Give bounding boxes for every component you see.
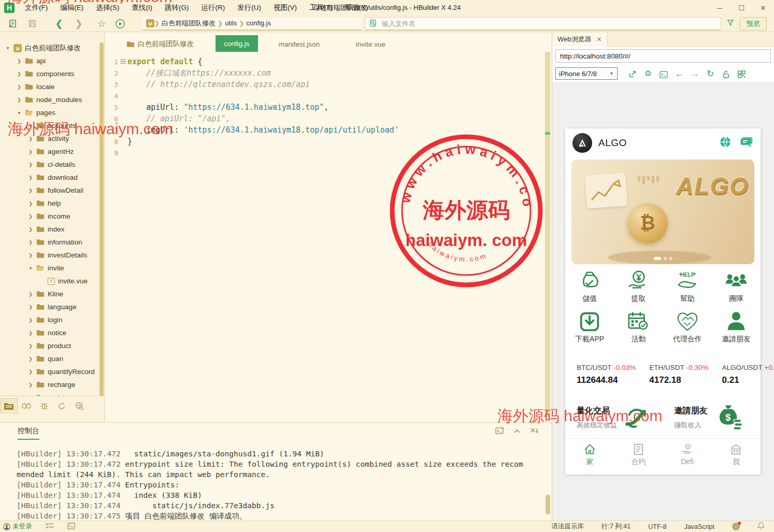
menu-item[interactable]: 视图(V) bbox=[268, 2, 302, 14]
menu-item[interactable]: 帮助(Y) bbox=[339, 2, 373, 14]
search-input[interactable] bbox=[382, 20, 698, 27]
tree-item[interactable]: ❯locale bbox=[0, 80, 99, 93]
editor-tab-manifest.json[interactable]: manifest.json bbox=[270, 36, 328, 52]
tree-item[interactable]: ❯quantifyRecord bbox=[0, 365, 99, 378]
tree-chevron-icon[interactable]: ❯ bbox=[27, 369, 34, 375]
tree-chevron-icon[interactable]: ❯ bbox=[27, 382, 34, 387]
language-mode[interactable]: JavaScript bbox=[684, 523, 714, 530]
menu-item[interactable]: 发行(U) bbox=[232, 2, 266, 14]
favorite-star-icon[interactable]: ☆ bbox=[94, 18, 109, 30]
tree-item[interactable]: ❯information bbox=[0, 236, 99, 249]
tree-chevron-icon[interactable]: ▾ bbox=[4, 45, 11, 51]
menu-item[interactable]: 编辑(E) bbox=[55, 2, 89, 14]
tree-item[interactable]: ❯quan bbox=[0, 352, 99, 365]
back-icon[interactable]: ❮ bbox=[52, 18, 66, 30]
quick-action-help[interactable]: HELP幫助 bbox=[663, 269, 712, 310]
tree-item[interactable]: Vinvite.vue bbox=[0, 275, 99, 287]
qr-code-icon[interactable] bbox=[734, 69, 749, 78]
tree-chevron-icon[interactable]: ❯ bbox=[27, 188, 34, 193]
console-icon[interactable] bbox=[656, 69, 671, 78]
quick-action-invite[interactable]: 邀請朋友 bbox=[712, 310, 761, 350]
chat-icon[interactable] bbox=[740, 136, 753, 150]
nav-item-home[interactable]: 家 bbox=[565, 443, 614, 470]
notification-bell-icon[interactable] bbox=[757, 522, 765, 531]
editor-tab-config.js[interactable]: config.js bbox=[216, 35, 258, 52]
quick-action-handshake[interactable]: 代理合作 bbox=[663, 310, 712, 350]
tree-item[interactable]: ▾invite bbox=[0, 262, 99, 275]
web-view-icon[interactable] bbox=[70, 398, 88, 414]
close-button[interactable]: ✕ bbox=[752, 1, 774, 15]
nav-back-icon[interactable]: ← bbox=[671, 68, 687, 79]
tree-item[interactable]: ❯language bbox=[0, 300, 99, 313]
tree-item[interactable]: ❯product bbox=[0, 339, 99, 352]
tree-item[interactable]: ❯node_modules bbox=[0, 93, 99, 106]
new-terminal-icon[interactable] bbox=[495, 427, 504, 437]
tree-item[interactable]: ❯agentHz bbox=[0, 145, 99, 158]
nav-item-defi[interactable]: $Defi bbox=[663, 443, 712, 470]
terminal-status-icon[interactable] bbox=[67, 523, 75, 531]
code-area[interactable]: 1export default {2 //接口域名https://xxxxxx.… bbox=[105, 56, 399, 159]
tree-chevron-icon[interactable]: ❯ bbox=[27, 305, 34, 310]
run-icon[interactable] bbox=[113, 18, 127, 30]
tree-item[interactable]: ❯accounts bbox=[0, 119, 99, 132]
tree-chevron-icon[interactable]: ❯ bbox=[27, 227, 34, 232]
tree-item[interactable]: ❯investDetails bbox=[0, 249, 99, 262]
tree-item[interactable]: ❯notice bbox=[0, 326, 99, 339]
breadcrumb-file[interactable]: config.js bbox=[246, 19, 271, 27]
tree-chevron-icon[interactable]: ❯ bbox=[16, 84, 23, 90]
console-scrollbar[interactable] bbox=[546, 495, 550, 514]
open-external-icon[interactable] bbox=[625, 69, 640, 78]
maximize-button[interactable]: ☐ bbox=[730, 1, 752, 15]
nav-item-contract[interactable]: 合约 bbox=[614, 443, 663, 470]
console-tab[interactable]: 控制台 bbox=[18, 426, 39, 440]
tree-chevron-icon[interactable]: ❯ bbox=[27, 214, 34, 219]
tree-item[interactable]: ❯followDetail bbox=[0, 184, 99, 197]
tree-chevron-icon[interactable]: ❯ bbox=[27, 136, 34, 141]
tree-chevron-icon[interactable]: ❯ bbox=[16, 59, 23, 64]
tree-item[interactable]: ❯income bbox=[0, 210, 99, 223]
filter-funnel-icon[interactable] bbox=[726, 19, 735, 29]
editor-tab-[interactable]: 白色前端团队修改 bbox=[118, 36, 202, 52]
save-icon[interactable] bbox=[25, 18, 39, 30]
tree-chevron-icon[interactable]: ❯ bbox=[27, 330, 34, 336]
menu-item[interactable]: 运行(R) bbox=[196, 2, 231, 14]
minimize-button[interactable]: ─ bbox=[709, 1, 730, 15]
new-file-icon[interactable]: + bbox=[5, 18, 20, 30]
tree-item[interactable]: ❯help bbox=[0, 197, 99, 210]
tree-item[interactable]: ❯components bbox=[0, 67, 99, 80]
search-view-icon[interactable] bbox=[18, 398, 35, 414]
tree-item[interactable]: ❯login bbox=[0, 313, 99, 326]
lock-icon[interactable] bbox=[718, 69, 734, 78]
tree-item[interactable]: ❯recharge bbox=[0, 378, 99, 391]
sidebar-scrollbar[interactable] bbox=[99, 42, 104, 400]
tree-chevron-icon[interactable]: ❯ bbox=[27, 253, 34, 258]
login-status[interactable]: 未登录 bbox=[3, 522, 32, 531]
carousel-dots[interactable] bbox=[654, 257, 672, 260]
task-list-icon[interactable] bbox=[46, 523, 54, 531]
menu-item[interactable]: 文件(F) bbox=[20, 2, 53, 14]
clear-close-icon[interactable] bbox=[530, 427, 539, 437]
settings-gear-icon[interactable]: ⚙ bbox=[640, 69, 656, 78]
tree-chevron-icon[interactable]: ❯ bbox=[27, 356, 34, 362]
menu-item[interactable]: 选择(S) bbox=[91, 2, 124, 14]
tree-item[interactable]: ❯cl-details bbox=[0, 158, 99, 171]
feature-card[interactable]: 量化交易高效穩定收益 bbox=[565, 395, 663, 440]
files-view-icon[interactable] bbox=[0, 398, 18, 414]
tree-chevron-icon[interactable]: ❯ bbox=[27, 343, 34, 349]
encoding-status[interactable]: UTF-8 bbox=[648, 523, 666, 530]
editor-tab-invite.vue[interactable]: invite.vue bbox=[348, 36, 394, 52]
tree-chevron-icon[interactable]: ❯ bbox=[27, 123, 34, 128]
tree-chevron-icon[interactable]: ▾ bbox=[27, 265, 34, 271]
cursor-position[interactable]: 行:7 列:41 bbox=[601, 522, 630, 531]
quick-action-moneybag[interactable]: 儲值 bbox=[565, 269, 614, 310]
feature-card[interactable]: 邀請朋友賺取收入$ bbox=[663, 395, 761, 440]
nav-item-bank[interactable]: 我 bbox=[712, 443, 761, 470]
browser-tab[interactable]: Web浏览器 ✕ bbox=[552, 32, 608, 47]
menu-item[interactable]: 查找(I) bbox=[126, 2, 157, 14]
collapse-panel-icon[interactable] bbox=[513, 427, 521, 437]
breadcrumb-utils[interactable]: utils bbox=[225, 19, 237, 27]
ticker-item[interactable]: ALGO/USDT+0.28%0.21 bbox=[722, 363, 774, 385]
tree-item[interactable]: ❯index bbox=[0, 223, 99, 236]
tree-chevron-icon[interactable]: ❯ bbox=[27, 175, 34, 180]
tree-item[interactable]: ❯api bbox=[0, 54, 99, 67]
